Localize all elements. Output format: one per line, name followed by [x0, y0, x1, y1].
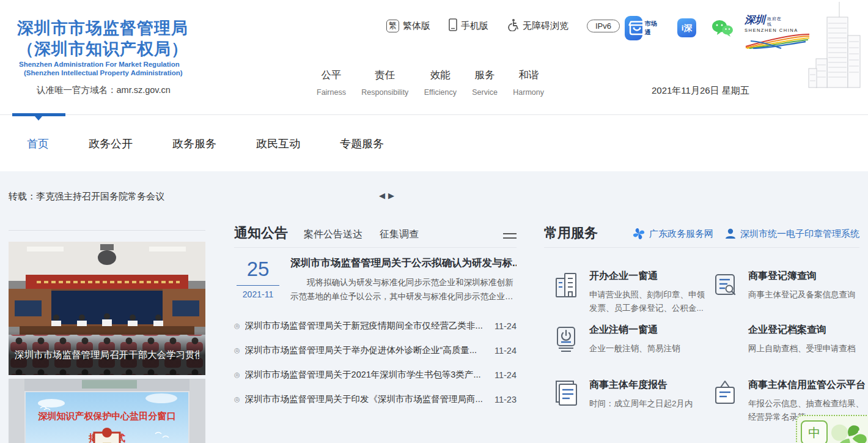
accessibility-icon	[507, 18, 519, 33]
featured-notice[interactable]: 25 2021-11 深圳市市场监督管理局关于公示拟确认为研发与标... 现将拟…	[234, 256, 517, 304]
notices-tab-survey[interactable]: 征集调查	[380, 228, 419, 241]
traditional-chinese-label: 繁体版	[403, 20, 430, 32]
shenzhen-gov-logo[interactable]: 深圳 政府在线 SHENZHEN CHINA	[745, 15, 812, 51]
notices-tab-case-delivery[interactable]: 案件公告送达	[304, 228, 362, 241]
notices-title[interactable]: 通知公告	[234, 224, 288, 242]
hanging-board-icon	[713, 380, 738, 408]
notice-row[interactable]: ◎ 深圳市市场监督管理局关于举办促进体外诊断企业“高质量... 11-24	[234, 338, 517, 363]
tab-gov-services[interactable]: 政务服务	[172, 136, 216, 151]
tab-gov-disclosure[interactable]: 政务公开	[89, 136, 133, 151]
market-app-label: 市场通	[645, 20, 658, 37]
value-fairness: 公平 Fairness	[317, 69, 346, 97]
service-annual-report[interactable]: 商事主体年度报告 时间：成立周年之日起2月内	[554, 379, 707, 411]
accessibility-link[interactable]: 无障碍浏览	[507, 18, 568, 33]
ishenzhen-app-icon[interactable]: i深	[677, 18, 696, 37]
ticker-prev-icon[interactable]: ◀	[379, 190, 385, 201]
market-app-icon	[625, 16, 642, 40]
notices-section: 通知公告 案件公告送达 征集调查 25 2021-11 深圳市市场监督管理局关于…	[234, 224, 517, 412]
eseal-system-link[interactable]: 深圳市统一电子印章管理系统	[724, 227, 859, 240]
accessibility-label: 无障碍浏览	[523, 20, 568, 32]
featured-month: 2021-11	[234, 289, 282, 299]
tab-special-services[interactable]: 专题服务	[340, 136, 384, 151]
current-date: 2021年11月26日 星期五	[652, 85, 749, 97]
services-section: 常用服务 广东政务服务网	[544, 224, 859, 431]
szgov-script-text: 深圳	[745, 15, 765, 25]
value-responsibility: 责任 Responsibility	[361, 69, 408, 97]
power-device-icon	[554, 325, 579, 353]
page: 深圳市市场监督管理局 （深圳市知识产权局） Shenzhen Administr…	[0, 0, 868, 443]
official-domain-note: 认准唯一官方域名：amr.sz.gov.cn	[37, 84, 171, 96]
bullet-icon: ◎	[234, 371, 240, 379]
services-title: 常用服务	[544, 224, 598, 242]
services-grid: 开办企业一窗通 申请营业执照、刻制印章、申领发票、员工参保登记、公积金...	[544, 248, 859, 431]
pinwheel-flower-icon	[632, 227, 645, 240]
notice-row[interactable]: ◎ 深圳市市场监督管理局关于印发《深圳市市场监督管理局商... 11-23	[234, 387, 517, 412]
ipv6-badge[interactable]: IPv6	[587, 20, 620, 32]
carousel-slide-meeting[interactable]: 深圳市市场监督管理局召开干部大会学习贯彻党的十...	[9, 242, 205, 375]
mobile-version-label: 手机版	[461, 20, 488, 32]
traditional-chinese-icon: 繁	[386, 20, 399, 32]
value-efficiency: 效能 Efficiency	[424, 69, 457, 97]
notice-row[interactable]: ◎ 深圳市市场监督管理局关于新冠疫情期间全市仅经营乙类非... 11-24	[234, 314, 517, 338]
featured-date-rule	[237, 285, 279, 286]
wechat-icon[interactable]	[712, 20, 734, 40]
value-harmony: 和谐 Harmony	[513, 69, 544, 97]
mobile-version-link[interactable]: 手机版	[449, 18, 488, 33]
mobile-phone-icon	[449, 18, 457, 33]
empty-icon-placeholder	[713, 325, 738, 353]
notices-divider	[234, 247, 517, 248]
bullet-icon: ◎	[234, 346, 240, 354]
widget-zhong-label: 中	[801, 420, 828, 443]
clover-leaves-graphic	[831, 420, 868, 443]
ceremony-banner-line1: 深圳知识产权保护中心盐田分窗口	[38, 411, 176, 421]
site-title-cn: 深圳市市场监督管理局	[17, 17, 188, 39]
bullet-icon: ◎	[234, 322, 240, 330]
service-registry-query[interactable]: 商事登记簿查询 商事主体登记及备案信息查询	[713, 270, 866, 302]
tab-public-interaction[interactable]: 政民互动	[256, 136, 300, 151]
szgov-suffix-text: 政府在线	[767, 16, 783, 27]
carousel-slide-ceremony[interactable]: 深圳知识产权保护中心盐田分窗口 揭牌仪式	[9, 379, 205, 443]
notice-list: ◎ 深圳市市场监督管理局关于新冠疫情期间全市仅经营乙类非... 11-24 ◎ …	[234, 314, 517, 412]
carousel-caption[interactable]: 深圳市市场监督管理局召开干部大会学习贯彻党的十...	[15, 349, 199, 362]
nav-tabs: 首页 政务公开 政务服务 政民互动 专题服务	[27, 115, 384, 172]
bullet-icon: ◎	[234, 395, 240, 403]
featured-day: 25	[234, 258, 282, 281]
utility-bar: 繁 繁体版 手机版 无障碍浏览 IPv6	[386, 18, 620, 33]
building-sketch-image	[804, 0, 868, 95]
person-icon	[724, 228, 737, 240]
service-open-business[interactable]: 开办企业一窗通 申请营业执照、刻制印章、申领发票、员工参保登记、公积金...	[554, 270, 707, 315]
site-header: 深圳市市场监督管理局 （深圳市知识产权局） Shenzhen Administr…	[0, 0, 868, 114]
site-title-en2: (Shenzhen Intellectual Property Administ…	[24, 69, 183, 76]
szgov-ribbon-graphic	[745, 33, 811, 49]
guangdong-gov-service-link[interactable]: 广东政务服务网	[632, 227, 713, 240]
floating-green-widget[interactable]: 中	[796, 415, 868, 443]
notice-row[interactable]: ◎ 深圳市市场监督管理局关于2021年深圳市学生书包等3类产... 11-24	[234, 363, 517, 387]
szgov-en-text: SHENZHEN CHINA	[745, 28, 812, 33]
featured-notice-title[interactable]: 深圳市市场监督管理局关于公示拟确认为研发与标...	[290, 256, 517, 270]
carousel-caption-overlay: 深圳市市场监督管理局召开干部大会学习贯彻党的十...	[9, 331, 205, 375]
ticker-controls: ◀ ▶	[379, 190, 394, 201]
core-values: 公平 Fairness 责任 Responsibility 效能 Efficie…	[317, 69, 544, 97]
site-title-cn2: （深圳市知识产权局）	[17, 38, 188, 60]
value-service: 服务 Service	[472, 69, 498, 97]
notices-more-icon[interactable]	[503, 230, 517, 242]
service-archive-query[interactable]: 企业登记档案查询 网上自助查档、受理申请查档	[713, 324, 866, 356]
service-deregistration[interactable]: 企业注销一窗通 企业一般注销、简易注销	[554, 324, 707, 356]
featured-date-block: 25 2021-11	[234, 256, 282, 304]
featured-notice-summary: 现将拟确认为研发与标准化同步示范企业和深圳标准创新示范基地的单位予以公示，其中研…	[290, 276, 517, 304]
stacked-report-icon	[554, 380, 579, 408]
building-icon	[554, 271, 579, 299]
tab-home[interactable]: 首页	[27, 136, 49, 151]
market-app-link[interactable]: 市场通	[625, 16, 658, 40]
ticker-next-icon[interactable]: ▶	[388, 190, 394, 201]
document-search-icon	[713, 271, 738, 299]
ceremony-photo-graphic: 深圳知识产权保护中心盐田分窗口 揭牌仪式	[9, 379, 205, 443]
photo-carousel: 深圳市市场监督管理局召开干部大会学习贯彻党的十...	[9, 230, 205, 443]
site-title-en: Shenzhen Administration For Market Regul…	[19, 61, 180, 68]
traditional-chinese-link[interactable]: 繁 繁体版	[386, 20, 430, 32]
main-nav: 首页 政务公开 政务服务 政民互动 专题服务	[0, 114, 868, 171]
ticker-headline[interactable]: 转载：李克强主持召开国务院常务会议	[9, 191, 164, 203]
content-area: 转载：李克强主持召开国务院常务会议 ◀ ▶	[0, 171, 868, 443]
